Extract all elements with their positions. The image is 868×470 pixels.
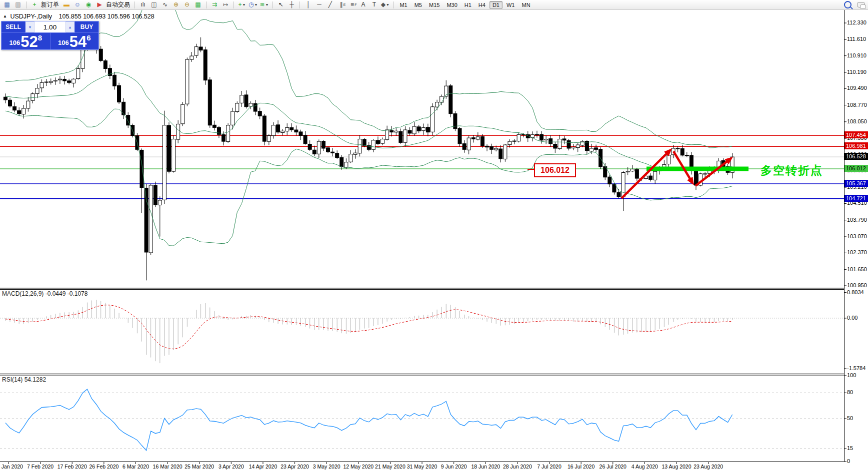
profiles-icon[interactable]: ▥ — [13, 0, 23, 9]
date-tick-label: 6 Mar 2020 — [122, 464, 149, 470]
chart-canvas[interactable]: ▲ USDJPY-,Daily 105.855 106.693 105.596 … — [0, 0, 868, 470]
crayon-icon[interactable]: ▬ — [62, 0, 72, 9]
autotrading-icon: ▶ — [97, 0, 102, 9]
timeframe-button-m30[interactable]: M30 — [444, 1, 460, 9]
bar-chart-icon: ılı — [140, 0, 145, 9]
rsi-pane[interactable] — [0, 389, 844, 451]
support-band[interactable] — [646, 167, 748, 171]
ask-prefix: 106 — [58, 39, 69, 46]
price-badge-104.721: 104.721 — [844, 195, 868, 202]
rsi-tick-label: 15 — [847, 445, 853, 451]
symbol-marker-icon: ▲ — [3, 14, 7, 18]
buy-button[interactable]: BUY — [74, 21, 98, 32]
timeframe-button-m1[interactable]: M1 — [396, 1, 410, 9]
trendline-icon: ╱ — [328, 0, 332, 9]
rsi-tick-label: 80 — [847, 389, 853, 395]
tile-windows-icon: ▦ — [195, 0, 200, 9]
price-tick-label: 101.650 — [847, 266, 867, 272]
text-label-icon[interactable]: T — [369, 0, 379, 9]
macd-pane[interactable] — [0, 300, 844, 363]
zoom-out-icon[interactable]: ⊖ — [182, 0, 192, 9]
timeframe-button-w1[interactable]: W1 — [504, 1, 518, 9]
trend-arrow-line[interactable] — [674, 151, 692, 181]
timeframe-button-h4[interactable]: H4 — [476, 1, 488, 9]
search-icon[interactable] — [844, 0, 855, 9]
volume-input[interactable]: 1.00 — [34, 21, 66, 32]
zoom-in-icon[interactable]: ⊕ — [171, 0, 181, 9]
symbol-name: USDJPY-,Daily — [10, 13, 52, 20]
chat-icon — [857, 2, 865, 7]
timeframe-button-h1[interactable]: H1 — [462, 1, 474, 9]
metaeditor-icon[interactable]: ☺ — [72, 0, 82, 9]
price-tick-label: 102.370 — [847, 249, 867, 255]
periods-button[interactable]: ◷▼ — [248, 0, 258, 9]
price-badge-107.454: 107.454 — [844, 131, 868, 138]
date-tick-label: 9 Jun 2020 — [441, 464, 467, 470]
chart-shift-icon[interactable]: ↦ — [220, 0, 230, 9]
crosshair-icon: ┼ — [290, 0, 294, 9]
date-tick-label: 18 Jun 2020 — [471, 464, 500, 470]
fibonacci-icon[interactable]: ≡F — [347, 0, 357, 9]
autotrading-button[interactable]: ▶ — [94, 0, 104, 9]
chart-window-icon[interactable]: ▦ — [2, 0, 12, 9]
channel-icon[interactable]: ∥E — [336, 0, 346, 9]
volume-increase-button[interactable]: ▲ — [66, 21, 74, 32]
date-tick-label: 25 Mar 2020 — [184, 464, 214, 470]
chevron-down-icon: ▼ — [265, 0, 268, 9]
rsi-tick-label: 100 — [847, 372, 856, 378]
toolbar-separator — [300, 1, 300, 8]
price-tick-label: 103.790 — [847, 217, 867, 223]
arrows-button[interactable]: ◆▼ — [380, 0, 390, 9]
bid-price[interactable]: 106 52 8 — [2, 33, 50, 49]
macd-histogram — [6, 300, 732, 363]
date-tick-label: 26 Jul 2020 — [600, 464, 626, 470]
macd-tick-label: -1.5784 — [847, 365, 866, 371]
macd-tick-label: 0.00 — [847, 315, 858, 321]
trendline-icon[interactable]: ╱ — [325, 0, 335, 9]
timeframe-button-m15[interactable]: M15 — [426, 1, 442, 9]
vertical-line-icon[interactable]: │ — [303, 0, 313, 9]
candles-layer — [4, 23, 734, 280]
text-icon[interactable]: A — [358, 0, 368, 9]
price-tick-label: 109.490 — [847, 85, 867, 91]
macd-tick-label: 0.8034 — [847, 289, 864, 295]
periods-icon: ◷ — [248, 0, 254, 9]
ask-price[interactable]: 106 54 6 — [50, 33, 99, 49]
timeframe-button-d1[interactable]: D1 — [490, 1, 502, 9]
one-click-trade-panel: SELL ▼ 1.00 ▲ BUY 106 52 8 106 54 6 — [1, 21, 99, 50]
channel-icon: ∥ — [340, 0, 342, 9]
add-indicator-button[interactable]: +▼ — [237, 0, 247, 9]
turning-point-text[interactable]: 多空转折点 — [760, 163, 823, 178]
zoom-in-icon: ⊕ — [174, 0, 178, 9]
chat-icon[interactable] — [856, 0, 866, 9]
timeframe-button-m5[interactable]: M5 — [412, 1, 425, 9]
candlestick-chart-icon[interactable]: ◫ — [149, 0, 159, 9]
toolbar-separator — [206, 1, 206, 8]
line-chart-icon[interactable]: ∿ — [160, 0, 170, 9]
vertical-line-icon: │ — [306, 0, 310, 9]
bar-chart-icon[interactable]: ılı — [138, 0, 148, 9]
auto-scroll-icon: ⇉ — [212, 0, 217, 9]
trend-arrow-line[interactable] — [622, 151, 669, 198]
date-tick-label: 16 Mar 2020 — [153, 464, 182, 470]
broadcast-icon[interactable]: ◉ — [84, 0, 94, 9]
volume-decrease-button[interactable]: ▼ — [26, 21, 34, 32]
horizontal-line-icon[interactable]: ─ — [314, 0, 324, 9]
templates-button[interactable]: ≋▼ — [259, 0, 269, 9]
chart-window-icon: ▦ — [4, 0, 10, 9]
toolbar-separator — [26, 1, 26, 8]
bid-big-digits: 52 — [20, 35, 38, 48]
auto-scroll-icon[interactable]: ⇉ — [210, 0, 220, 9]
main-pane[interactable] — [0, 0, 844, 280]
cursor-icon[interactable]: ↖ — [276, 0, 286, 9]
price-tick-label: 110.910 — [847, 52, 866, 58]
price-annotation-box[interactable]: 106.012 — [534, 163, 576, 177]
timeframe-button-mn[interactable]: MN — [518, 1, 533, 9]
sell-button[interactable]: SELL — [2, 21, 26, 32]
rsi-tick-label: 50 — [847, 415, 853, 421]
crosshair-icon[interactable]: ┼ — [286, 0, 296, 9]
new-order-button[interactable]: + — [30, 0, 40, 9]
tile-windows-icon[interactable]: ▦ — [193, 0, 203, 9]
price-tick-label: 103.070 — [847, 233, 867, 239]
zoom-out-icon: ⊖ — [184, 0, 190, 9]
